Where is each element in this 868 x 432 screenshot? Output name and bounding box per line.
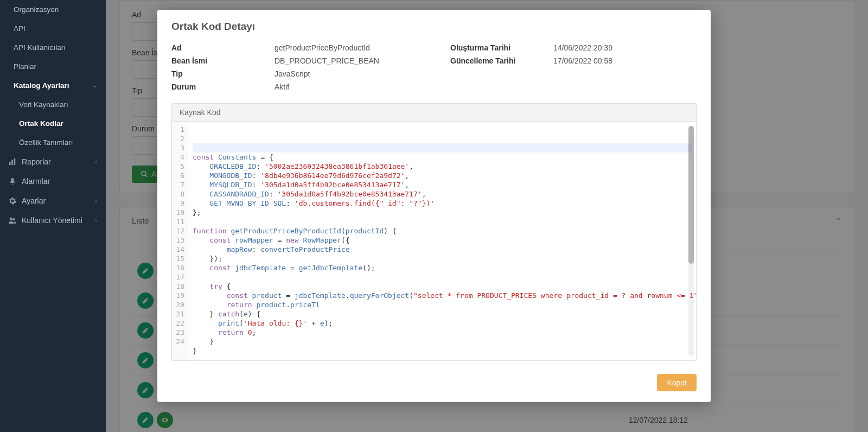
sidebar-item-api[interactable]: API <box>0 19 106 38</box>
sidebar: Organizasyon API API Kullanıcıları Planl… <box>0 0 106 432</box>
detail-value-created: 14/06/2022 20:39 <box>553 43 612 52</box>
sidebar-item-kullanici-yonetimi[interactable]: Kullanıcı Yönetimi ‹ <box>0 211 106 230</box>
svg-rect-1 <box>11 160 13 166</box>
svg-rect-2 <box>14 158 16 165</box>
detail-label-durum: Durum <box>171 82 275 91</box>
svg-point-4 <box>12 218 15 220</box>
detail-value-tip: JavaScript <box>275 69 310 78</box>
detail-label-ad: Ad <box>171 43 275 52</box>
code-content: const Constants = { ORACLEDB_ID: '5002ae… <box>188 122 696 360</box>
sidebar-item-ozellik-tanimlari[interactable]: Özellik Tanımları <box>0 133 106 152</box>
code-gutter: 123456789101112131415161718192021222324 <box>172 122 188 360</box>
modal-title: Ortak Kod Detayı <box>171 21 697 33</box>
bell-icon <box>9 177 16 185</box>
close-button[interactable]: Kapat <box>657 374 697 391</box>
scrollbar[interactable] <box>688 126 694 356</box>
sidebar-item-veri-kaynaklari[interactable]: Veri Kaynakları <box>0 95 106 114</box>
detail-value-updated: 17/06/2022 00:58 <box>553 56 612 65</box>
sidebar-group-katalog[interactable]: Katalog Ayarları ⌄ <box>0 76 106 95</box>
sidebar-item-planlar[interactable]: Planlar <box>0 57 106 76</box>
sidebar-item-organizasyon[interactable]: Organizasyon <box>0 0 106 19</box>
detail-value-bean: DB_PRODUCT_PRICE_BEAN <box>275 56 379 65</box>
sidebar-item-raporlar[interactable]: Raporlar ‹ <box>0 152 106 171</box>
detail-label-tip: Tip <box>171 69 275 78</box>
detail-label-updated: Güncelleme Tarihi <box>450 56 553 65</box>
svg-rect-0 <box>9 162 11 165</box>
sidebar-item-api-kullanicilari[interactable]: API Kullanıcıları <box>0 38 106 57</box>
code-panel: Kaynak Kod 12345678910111213141516171819… <box>171 103 697 361</box>
detail-value-durum: Aktif <box>275 82 289 91</box>
detail-label-created: Oluşturma Tarihi <box>450 43 553 52</box>
code-panel-header: Kaynak Kod <box>172 104 696 122</box>
chevron-left-icon: ‹ <box>95 198 97 204</box>
sidebar-item-alarmlar[interactable]: Alarmlar <box>0 171 106 191</box>
chevron-left-icon: ‹ <box>95 158 97 165</box>
svg-point-3 <box>10 218 12 220</box>
sidebar-item-ayarlar[interactable]: Ayarlar ‹ <box>0 191 106 211</box>
detail-label-bean: Bean İsmi <box>171 56 275 65</box>
code-editor[interactable]: 123456789101112131415161718192021222324 … <box>172 122 696 360</box>
sidebar-item-ortak-kodlar[interactable]: Ortak Kodlar <box>0 114 106 133</box>
detail-value-ad: getProductPriceByProductId <box>275 43 370 52</box>
gear-icon <box>9 197 16 205</box>
chart-icon <box>9 158 16 166</box>
detail-modal: Ortak Kod Detayı AdgetProductPriceByProd… <box>157 10 711 402</box>
chevron-left-icon: ‹ <box>95 217 97 224</box>
chevron-down-icon: ⌄ <box>92 82 97 89</box>
users-icon <box>9 217 16 224</box>
